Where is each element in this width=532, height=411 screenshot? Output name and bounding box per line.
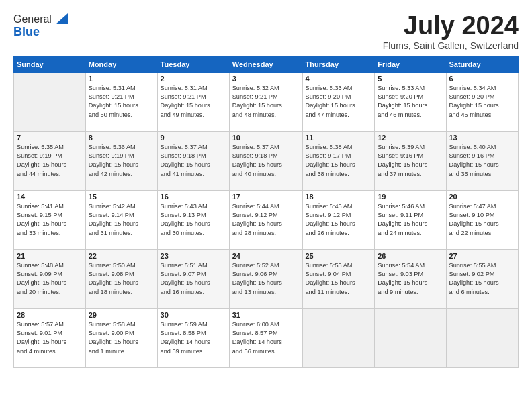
page-header: General Blue July 2024 Flums, Saint Gall… [13,12,519,51]
day-number: 6 [449,75,516,83]
calendar-cell: 31Sunrise: 6:00 AM Sunset: 8:57 PM Dayli… [229,308,302,367]
calendar-cell [446,308,519,367]
calendar-table: SundayMondayTuesdayWednesdayThursdayFrid… [13,56,519,368]
day-number: 3 [232,75,300,83]
week-row-1: 1Sunrise: 5:31 AM Sunset: 9:21 PM Daylig… [14,72,519,131]
week-row-5: 28Sunrise: 5:57 AM Sunset: 9:01 PM Dayli… [14,308,519,367]
calendar-cell: 24Sunrise: 5:52 AM Sunset: 9:06 PM Dayli… [229,249,302,308]
day-number: 5 [378,75,443,83]
day-info: Sunrise: 5:52 AM Sunset: 9:06 PM Dayligh… [232,262,282,295]
day-info: Sunrise: 5:58 AM Sunset: 9:00 PM Dayligh… [89,321,138,355]
day-number: 11 [306,134,372,142]
day-info: Sunrise: 5:50 AM Sunset: 9:08 PM Dayligh… [89,262,138,295]
day-info: Sunrise: 5:59 AM Sunset: 8:58 PM Dayligh… [161,321,210,355]
calendar-cell: 1Sunrise: 5:31 AM Sunset: 9:21 PM Daylig… [85,72,157,131]
day-number: 7 [17,134,83,142]
logo: General Blue [13,12,68,39]
calendar-cell: 8Sunrise: 5:36 AM Sunset: 9:19 PM Daylig… [85,131,157,190]
day-info: Sunrise: 5:32 AM Sunset: 9:21 PM Dayligh… [232,85,282,118]
day-info: Sunrise: 5:38 AM Sunset: 9:17 PM Dayligh… [306,144,355,177]
calendar-cell [302,308,375,367]
day-info: Sunrise: 5:35 AM Sunset: 9:19 PM Dayligh… [17,144,66,177]
day-number: 23 [161,252,226,260]
day-number: 26 [378,252,443,260]
day-number: 10 [232,134,300,142]
day-info: Sunrise: 5:57 AM Sunset: 9:01 PM Dayligh… [17,321,66,355]
calendar-cell: 27Sunrise: 5:55 AM Sunset: 9:02 PM Dayli… [446,249,519,308]
calendar-cell: 17Sunrise: 5:44 AM Sunset: 9:12 PM Dayli… [229,190,302,249]
day-info: Sunrise: 5:33 AM Sunset: 9:20 PM Dayligh… [378,85,427,118]
day-info: Sunrise: 5:45 AM Sunset: 9:12 PM Dayligh… [306,203,355,236]
day-number: 20 [449,193,516,201]
day-number: 31 [232,311,300,319]
calendar-cell: 9Sunrise: 5:37 AM Sunset: 9:18 PM Daylig… [157,131,229,190]
day-number: 2 [161,75,226,83]
day-info: Sunrise: 5:37 AM Sunset: 9:18 PM Dayligh… [232,144,282,177]
day-info: Sunrise: 5:41 AM Sunset: 9:15 PM Dayligh… [17,203,66,236]
svg-marker-0 [56,13,68,24]
title-block: July 2024 Flums, Saint Gallen, Switzerla… [383,12,519,51]
day-info: Sunrise: 5:55 AM Sunset: 9:02 PM Dayligh… [449,262,499,295]
calendar-cell: 5Sunrise: 5:33 AM Sunset: 9:20 PM Daylig… [375,72,446,131]
logo-general: General [13,13,52,26]
day-info: Sunrise: 5:34 AM Sunset: 9:20 PM Dayligh… [449,85,499,118]
calendar-cell: 13Sunrise: 5:40 AM Sunset: 9:16 PM Dayli… [446,131,519,190]
calendar-cell: 25Sunrise: 5:53 AM Sunset: 9:04 PM Dayli… [302,249,375,308]
calendar-cell: 15Sunrise: 5:42 AM Sunset: 9:14 PM Dayli… [85,190,157,249]
month-title: July 2024 [383,12,519,40]
calendar-cell: 11Sunrise: 5:38 AM Sunset: 9:17 PM Dayli… [302,131,375,190]
calendar-cell: 29Sunrise: 5:58 AM Sunset: 9:00 PM Dayli… [85,308,157,367]
day-info: Sunrise: 5:51 AM Sunset: 9:07 PM Dayligh… [161,262,210,295]
day-info: Sunrise: 5:54 AM Sunset: 9:03 PM Dayligh… [378,262,427,295]
day-number: 24 [232,252,300,260]
calendar-cell: 23Sunrise: 5:51 AM Sunset: 9:07 PM Dayli… [157,249,229,308]
day-info: Sunrise: 5:46 AM Sunset: 9:11 PM Dayligh… [378,203,427,236]
calendar-cell: 16Sunrise: 5:43 AM Sunset: 9:13 PM Dayli… [157,190,229,249]
day-number: 29 [89,311,154,319]
day-header-tuesday: Tuesday [157,56,229,72]
calendar-cell [14,72,86,131]
day-info: Sunrise: 5:44 AM Sunset: 9:12 PM Dayligh… [232,203,282,236]
calendar-cell: 26Sunrise: 5:54 AM Sunset: 9:03 PM Dayli… [375,249,446,308]
day-number: 30 [161,311,226,319]
day-number: 22 [89,252,154,260]
day-info: Sunrise: 5:39 AM Sunset: 9:16 PM Dayligh… [378,144,427,177]
calendar-cell: 19Sunrise: 5:46 AM Sunset: 9:11 PM Dayli… [375,190,446,249]
calendar-cell: 7Sunrise: 5:35 AM Sunset: 9:19 PM Daylig… [14,131,86,190]
day-number: 27 [449,252,516,260]
calendar-cell: 30Sunrise: 5:59 AM Sunset: 8:58 PM Dayli… [157,308,229,367]
calendar-cell: 3Sunrise: 5:32 AM Sunset: 9:21 PM Daylig… [229,72,302,131]
day-info: Sunrise: 5:37 AM Sunset: 9:18 PM Dayligh… [161,144,210,177]
day-header-friday: Friday [375,56,446,72]
logo-blue: Blue [13,25,68,39]
day-number: 12 [378,134,443,142]
calendar-cell: 22Sunrise: 5:50 AM Sunset: 9:08 PM Dayli… [85,249,157,308]
day-info: Sunrise: 5:31 AM Sunset: 9:21 PM Dayligh… [161,85,210,118]
day-info: Sunrise: 5:31 AM Sunset: 9:21 PM Dayligh… [89,85,138,118]
day-info: Sunrise: 5:36 AM Sunset: 9:19 PM Dayligh… [89,144,138,177]
day-info: Sunrise: 5:53 AM Sunset: 9:04 PM Dayligh… [306,262,355,295]
day-number: 8 [89,134,154,142]
calendar-cell [375,308,446,367]
day-number: 13 [449,134,516,142]
week-row-4: 21Sunrise: 5:48 AM Sunset: 9:09 PM Dayli… [14,249,519,308]
day-header-sunday: Sunday [14,56,86,72]
day-number: 15 [89,193,154,201]
day-info: Sunrise: 5:33 AM Sunset: 9:20 PM Dayligh… [306,85,355,118]
day-number: 17 [232,193,300,201]
day-number: 14 [17,193,83,201]
day-number: 19 [378,193,443,201]
day-number: 1 [89,75,154,83]
day-number: 21 [17,252,83,260]
logo-icon [53,12,68,27]
calendar-cell: 6Sunrise: 5:34 AM Sunset: 9:20 PM Daylig… [446,72,519,131]
day-number: 9 [161,134,226,142]
day-header-wednesday: Wednesday [229,56,302,72]
week-row-3: 14Sunrise: 5:41 AM Sunset: 9:15 PM Dayli… [14,190,519,249]
day-number: 28 [17,311,83,319]
day-number: 16 [161,193,226,201]
day-info: Sunrise: 5:47 AM Sunset: 9:10 PM Dayligh… [449,203,499,236]
calendar-cell: 28Sunrise: 5:57 AM Sunset: 9:01 PM Dayli… [14,308,86,367]
day-number: 4 [306,75,372,83]
day-header-monday: Monday [85,56,157,72]
